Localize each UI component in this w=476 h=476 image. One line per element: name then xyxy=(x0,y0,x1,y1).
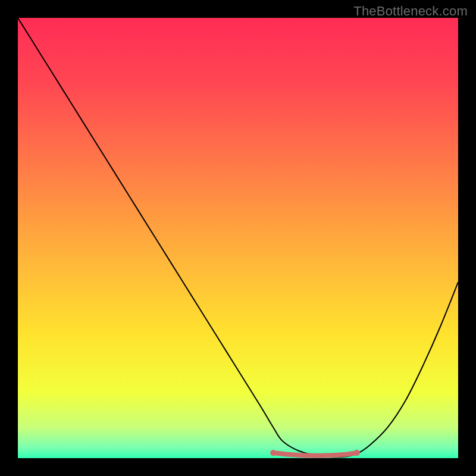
watermark-label: TheBottleneck.com xyxy=(353,4,468,19)
chart-frame: TheBottleneck.com xyxy=(0,0,476,476)
bottleneck-chart xyxy=(18,18,458,458)
curve-optimal-band xyxy=(273,453,357,456)
plot-area xyxy=(18,18,458,458)
optimal-band-endpoint-right xyxy=(354,450,360,456)
optimal-band-endpoint-left xyxy=(270,450,276,456)
gradient-background xyxy=(18,18,458,458)
